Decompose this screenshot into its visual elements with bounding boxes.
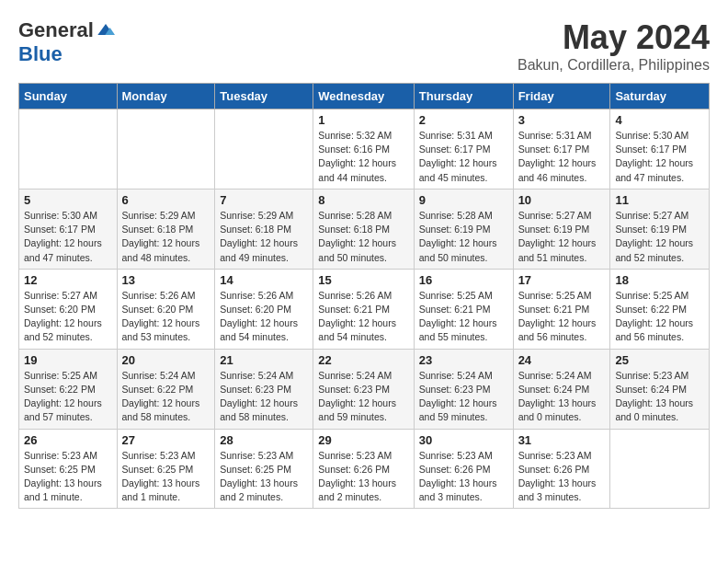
calendar-cell: 17Sunrise: 5:25 AM Sunset: 6:21 PM Dayli… — [513, 269, 610, 349]
calendar-cell: 19Sunrise: 5:25 AM Sunset: 6:22 PM Dayli… — [19, 349, 118, 429]
day-number: 12 — [24, 273, 112, 287]
calendar-week-row: 1Sunrise: 5:32 AM Sunset: 6:16 PM Daylig… — [19, 109, 710, 190]
day-info: Sunrise: 5:24 AM Sunset: 6:23 PM Dayligh… — [318, 369, 408, 425]
day-number: 6 — [122, 193, 210, 207]
day-info: Sunrise: 5:26 AM Sunset: 6:21 PM Dayligh… — [318, 289, 408, 345]
day-info: Sunrise: 5:23 AM Sunset: 6:24 PM Dayligh… — [615, 369, 704, 425]
calendar-cell: 23Sunrise: 5:24 AM Sunset: 6:23 PM Dayli… — [414, 349, 513, 429]
day-number: 11 — [615, 193, 704, 207]
day-info: Sunrise: 5:29 AM Sunset: 6:18 PM Dayligh… — [220, 209, 308, 265]
day-number: 19 — [24, 353, 112, 367]
calendar-cell: 20Sunrise: 5:24 AM Sunset: 6:22 PM Dayli… — [117, 349, 215, 429]
day-info: Sunrise: 5:25 AM Sunset: 6:22 PM Dayligh… — [24, 369, 112, 425]
weekday-header-friday: Friday — [513, 84, 610, 109]
calendar-cell — [19, 109, 118, 190]
day-number: 28 — [220, 433, 308, 447]
day-number: 23 — [419, 353, 508, 367]
day-info: Sunrise: 5:28 AM Sunset: 6:19 PM Dayligh… — [419, 209, 508, 265]
day-info: Sunrise: 5:25 AM Sunset: 6:21 PM Dayligh… — [518, 289, 606, 345]
day-info: Sunrise: 5:23 AM Sunset: 6:25 PM Dayligh… — [24, 449, 112, 505]
day-number: 15 — [318, 273, 408, 287]
day-number: 20 — [122, 353, 210, 367]
title-block: May 2024 Bakun, Cordillera, Philippines — [518, 18, 710, 74]
day-number: 13 — [122, 273, 210, 287]
day-number: 10 — [518, 193, 606, 207]
day-info: Sunrise: 5:31 AM Sunset: 6:17 PM Dayligh… — [518, 129, 606, 185]
day-info: Sunrise: 5:24 AM Sunset: 6:23 PM Dayligh… — [220, 369, 308, 425]
day-info: Sunrise: 5:24 AM Sunset: 6:23 PM Dayligh… — [419, 369, 508, 425]
calendar-cell: 9Sunrise: 5:28 AM Sunset: 6:19 PM Daylig… — [414, 189, 513, 269]
day-info: Sunrise: 5:29 AM Sunset: 6:18 PM Dayligh… — [122, 209, 210, 265]
day-number: 3 — [518, 113, 606, 127]
calendar-cell: 12Sunrise: 5:27 AM Sunset: 6:20 PM Dayli… — [19, 269, 118, 349]
calendar-cell: 13Sunrise: 5:26 AM Sunset: 6:20 PM Dayli… — [117, 269, 215, 349]
calendar-cell: 8Sunrise: 5:28 AM Sunset: 6:18 PM Daylig… — [313, 189, 414, 269]
calendar-week-row: 19Sunrise: 5:25 AM Sunset: 6:22 PM Dayli… — [19, 349, 710, 429]
day-info: Sunrise: 5:23 AM Sunset: 6:25 PM Dayligh… — [122, 449, 210, 505]
day-info: Sunrise: 5:30 AM Sunset: 6:17 PM Dayligh… — [615, 129, 704, 185]
day-info: Sunrise: 5:27 AM Sunset: 6:19 PM Dayligh… — [615, 209, 704, 265]
page-header: General Blue May 2024 Bakun, Cordillera,… — [18, 18, 710, 74]
day-info: Sunrise: 5:32 AM Sunset: 6:16 PM Dayligh… — [318, 129, 408, 185]
calendar-cell: 1Sunrise: 5:32 AM Sunset: 6:16 PM Daylig… — [313, 109, 414, 190]
weekday-header-monday: Monday — [117, 84, 215, 109]
logo-general-text: General — [18, 18, 94, 42]
calendar-cell: 15Sunrise: 5:26 AM Sunset: 6:21 PM Dayli… — [313, 269, 414, 349]
logo-blue-text: Blue — [18, 42, 63, 66]
day-info: Sunrise: 5:23 AM Sunset: 6:26 PM Dayligh… — [518, 449, 606, 505]
day-number: 1 — [318, 113, 408, 127]
day-number: 9 — [419, 193, 508, 207]
day-number: 24 — [518, 353, 606, 367]
day-number: 16 — [419, 273, 508, 287]
day-number: 18 — [615, 273, 704, 287]
day-number: 26 — [24, 433, 112, 447]
calendar-week-row: 12Sunrise: 5:27 AM Sunset: 6:20 PM Dayli… — [19, 269, 710, 349]
calendar-cell — [117, 109, 215, 190]
day-info: Sunrise: 5:23 AM Sunset: 6:26 PM Dayligh… — [318, 449, 408, 505]
calendar-cell: 4Sunrise: 5:30 AM Sunset: 6:17 PM Daylig… — [610, 109, 710, 190]
day-info: Sunrise: 5:26 AM Sunset: 6:20 PM Dayligh… — [220, 289, 308, 345]
logo-icon — [97, 21, 115, 40]
day-info: Sunrise: 5:26 AM Sunset: 6:20 PM Dayligh… — [122, 289, 210, 345]
calendar-cell: 27Sunrise: 5:23 AM Sunset: 6:25 PM Dayli… — [117, 429, 215, 509]
weekday-header-thursday: Thursday — [414, 84, 513, 109]
day-number: 17 — [518, 273, 606, 287]
calendar-cell: 5Sunrise: 5:30 AM Sunset: 6:17 PM Daylig… — [19, 189, 118, 269]
day-number: 14 — [220, 273, 308, 287]
day-info: Sunrise: 5:24 AM Sunset: 6:22 PM Dayligh… — [122, 369, 210, 425]
month-year-title: May 2024 — [518, 18, 710, 57]
day-number: 7 — [220, 193, 308, 207]
day-number: 30 — [419, 433, 508, 447]
calendar-cell: 26Sunrise: 5:23 AM Sunset: 6:25 PM Dayli… — [19, 429, 118, 509]
calendar-cell: 21Sunrise: 5:24 AM Sunset: 6:23 PM Dayli… — [215, 349, 313, 429]
day-info: Sunrise: 5:25 AM Sunset: 6:22 PM Dayligh… — [615, 289, 704, 345]
day-info: Sunrise: 5:27 AM Sunset: 6:19 PM Dayligh… — [518, 209, 606, 265]
calendar-cell — [610, 429, 710, 509]
day-number: 4 — [615, 113, 704, 127]
calendar-week-row: 5Sunrise: 5:30 AM Sunset: 6:17 PM Daylig… — [19, 189, 710, 269]
calendar-cell: 29Sunrise: 5:23 AM Sunset: 6:26 PM Dayli… — [313, 429, 414, 509]
day-number: 8 — [318, 193, 408, 207]
calendar-cell: 31Sunrise: 5:23 AM Sunset: 6:26 PM Dayli… — [513, 429, 610, 509]
day-number: 25 — [615, 353, 704, 367]
weekday-header-tuesday: Tuesday — [215, 84, 313, 109]
day-number: 2 — [419, 113, 508, 127]
weekday-header-row: SundayMondayTuesdayWednesdayThursdayFrid… — [19, 84, 710, 109]
day-info: Sunrise: 5:28 AM Sunset: 6:18 PM Dayligh… — [318, 209, 408, 265]
calendar-cell: 24Sunrise: 5:24 AM Sunset: 6:24 PM Dayli… — [513, 349, 610, 429]
day-info: Sunrise: 5:27 AM Sunset: 6:20 PM Dayligh… — [24, 289, 112, 345]
calendar-cell: 25Sunrise: 5:23 AM Sunset: 6:24 PM Dayli… — [610, 349, 710, 429]
day-info: Sunrise: 5:23 AM Sunset: 6:26 PM Dayligh… — [419, 449, 508, 505]
calendar-cell — [215, 109, 313, 190]
calendar-week-row: 26Sunrise: 5:23 AM Sunset: 6:25 PM Dayli… — [19, 429, 710, 509]
weekday-header-sunday: Sunday — [19, 84, 118, 109]
calendar-cell: 22Sunrise: 5:24 AM Sunset: 6:23 PM Dayli… — [313, 349, 414, 429]
location-subtitle: Bakun, Cordillera, Philippines — [518, 57, 710, 74]
day-number: 21 — [220, 353, 308, 367]
day-number: 22 — [318, 353, 408, 367]
day-number: 27 — [122, 433, 210, 447]
weekday-header-wednesday: Wednesday — [313, 84, 414, 109]
logo: General Blue — [18, 18, 115, 66]
calendar-cell: 28Sunrise: 5:23 AM Sunset: 6:25 PM Dayli… — [215, 429, 313, 509]
day-number: 5 — [24, 193, 112, 207]
